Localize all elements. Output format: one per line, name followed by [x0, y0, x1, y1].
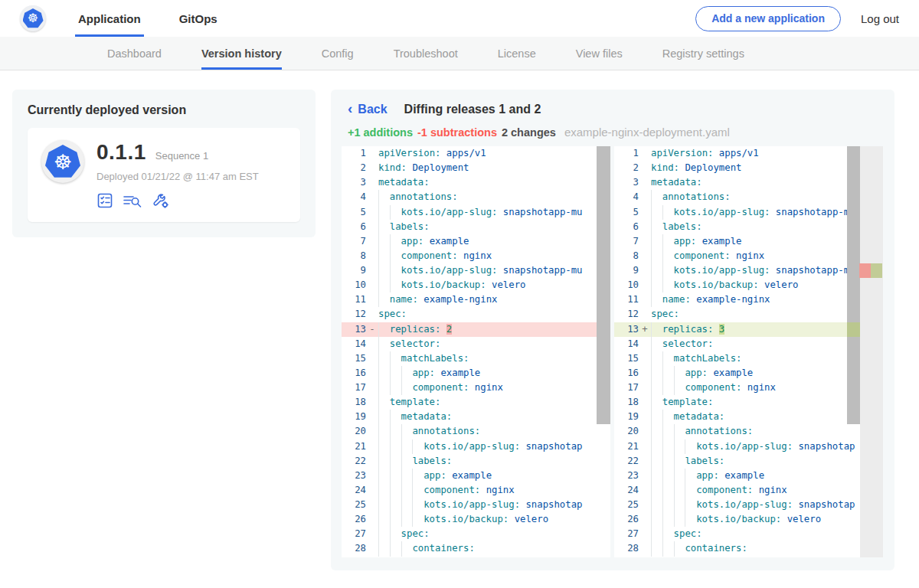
code-line: 23app: example — [614, 469, 883, 483]
main-content: Currently deployed version ☸ 0.1.1 Seque… — [0, 70, 919, 570]
code-line: 7app: example — [342, 234, 610, 249]
minimap-removed-marker — [859, 263, 871, 278]
code-line: 25kots.io/app-slug: snapshotap — [614, 498, 883, 512]
scrollbar-thumb[interactable] — [847, 146, 860, 424]
top-nav: ☸ Application GitOps Add a new applicati… — [0, 0, 919, 37]
minimap[interactable] — [860, 146, 883, 557]
diff-pane-original[interactable]: 1apiVersion: apps/v12kind: Deployment3me… — [342, 146, 610, 557]
code-line: 13+replicas: 3 — [614, 322, 883, 337]
subnav-item-license[interactable]: License — [498, 37, 536, 70]
deployed-timestamp: Deployed 01/21/22 @ 11:47 am EST — [96, 171, 259, 182]
add-application-button[interactable]: Add a new application — [695, 6, 841, 31]
code-line: 23app: example — [342, 469, 610, 483]
code-line: 5kots.io/app-slug: snapshotapp-mu — [614, 205, 883, 220]
code-line: 8component: nginx — [342, 249, 610, 263]
code-line: 15matchLabels: — [342, 351, 610, 366]
code-line: 14selector: — [614, 337, 883, 351]
code-line: 24component: nginx — [342, 483, 610, 498]
troubleshoot-tools-icon[interactable] — [152, 191, 170, 210]
diff-stats: +1 additions -1 subtractions 2 changes e… — [342, 126, 884, 139]
code-line: 14selector: — [342, 337, 610, 351]
code-line: 7app: example — [614, 234, 883, 249]
tab-application[interactable]: Application — [75, 0, 144, 37]
subtractions-count: -1 subtractions — [417, 126, 497, 139]
code-line: 15matchLabels: — [614, 351, 883, 366]
deployed-version-card: ☸ 0.1.1 Sequence 1 Deployed 01/21/22 @ 1… — [28, 128, 300, 222]
subnav-item-troubleshoot[interactable]: Troubleshoot — [394, 37, 458, 70]
code-line: 9kots.io/app-slug: snapshotapp-mu — [614, 263, 883, 278]
kubernetes-wheel-icon: ☸ — [45, 145, 80, 178]
preflight-checklist-icon[interactable] — [96, 192, 113, 209]
code-line: 18template: — [614, 395, 883, 410]
subnav-item-dashboard[interactable]: Dashboard — [107, 37, 162, 70]
version-number: 0.1.1 — [96, 140, 146, 165]
subnav-item-registry-settings[interactable]: Registry settings — [662, 37, 744, 70]
additions-count: +1 additions — [348, 126, 413, 139]
app-logo: ☸ — [41, 140, 84, 183]
diff-panel: ‹ Back Diffing releases 1 and 2 +1 addit… — [331, 90, 894, 570]
code-line: 19metadata: — [614, 410, 883, 424]
code-line: 17component: nginx — [342, 381, 610, 395]
diff-filename: example-nginx-deployment.yaml — [564, 126, 730, 139]
code-line: 12spec: — [614, 307, 883, 322]
code-line: 22labels: — [342, 454, 610, 469]
code-lines-modified: 1apiVersion: apps/v12kind: Deployment3me… — [614, 146, 883, 557]
code-line: 21kots.io/app-slug: snapshotap — [342, 439, 610, 454]
code-line: 28containers: — [342, 541, 610, 556]
minimap-added-marker — [871, 263, 882, 278]
subnav-item-config[interactable]: Config — [322, 37, 354, 70]
code-line: 9kots.io/app-slug: snapshotapp-mu — [342, 263, 610, 278]
code-line: 18template: — [342, 395, 610, 410]
code-line: 13-replicas: 2 — [342, 322, 610, 337]
back-link[interactable]: ‹ Back — [348, 102, 388, 116]
subnav-item-view-files[interactable]: View files — [576, 37, 623, 70]
code-line: 10kots.io/backup: velero — [342, 278, 610, 292]
code-line: 6labels: — [342, 220, 610, 234]
code-line: 11name: example-nginx — [342, 292, 610, 307]
code-line: 3metadata: — [342, 175, 610, 190]
deployed-version-title: Currently deployed version — [28, 103, 300, 117]
code-line: 2kind: Deployment — [342, 161, 610, 175]
scrollbar-thumb[interactable] — [597, 146, 610, 424]
logout-link[interactable]: Log out — [861, 12, 899, 25]
code-line: 16app: example — [342, 366, 610, 381]
sequence-label: Sequence 1 — [155, 150, 208, 162]
code-line: 17component: nginx — [614, 381, 883, 395]
code-line: 1apiVersion: apps/v1 — [342, 146, 610, 161]
code-line: 4annotations: — [342, 190, 610, 204]
kubernetes-wheel-icon: ☸ — [23, 8, 44, 28]
top-nav-right: Add a new application Log out — [695, 0, 919, 37]
code-line: 6labels: — [614, 220, 883, 234]
code-line: 10kots.io/backup: velero — [614, 278, 883, 292]
code-line: 5kots.io/app-slug: snapshotapp-mu — [342, 205, 610, 220]
kubernetes-logo: ☸ — [20, 5, 46, 31]
code-line: 4annotations: — [614, 190, 883, 204]
code-line: 20annotations: — [614, 424, 883, 439]
tab-gitops[interactable]: GitOps — [176, 0, 221, 37]
code-line: 3metadata: — [614, 175, 883, 190]
chevron-left-icon: ‹ — [348, 101, 352, 116]
code-line: 21kots.io/app-slug: snapshotap — [614, 439, 883, 454]
code-line: 25kots.io/app-slug: snapshotap — [342, 498, 610, 512]
code-lines-original: 1apiVersion: apps/v12kind: Deployment3me… — [342, 146, 610, 557]
diff-pane-modified[interactable]: 1apiVersion: apps/v12kind: Deployment3me… — [614, 146, 883, 557]
diff-title: Diffing releases 1 and 2 — [404, 103, 541, 116]
code-line: 16app: example — [614, 366, 883, 381]
code-line: 26kots.io/backup: velero — [342, 512, 610, 527]
code-line: 27spec: — [614, 527, 883, 541]
app-subnav: Dashboard Version history Config Trouble… — [0, 37, 919, 70]
file-search-icon[interactable] — [123, 192, 142, 209]
code-line: 20annotations: — [342, 424, 610, 439]
overview-added-marker — [847, 322, 860, 337]
code-line: 19metadata: — [342, 410, 610, 424]
code-line: 12spec: — [342, 307, 610, 322]
code-line: 24component: nginx — [614, 483, 883, 498]
subnav-item-version-history[interactable]: Version history — [201, 37, 282, 70]
changes-count: 2 changes — [502, 126, 556, 139]
code-line: 8component: nginx — [614, 249, 883, 263]
deployed-version-panel: Currently deployed version ☸ 0.1.1 Seque… — [12, 90, 316, 237]
code-line: 2kind: Deployment — [614, 161, 883, 175]
code-line: 27spec: — [342, 527, 610, 541]
code-line: 11name: example-nginx — [614, 292, 883, 307]
code-line: 26kots.io/backup: velero — [614, 512, 883, 527]
